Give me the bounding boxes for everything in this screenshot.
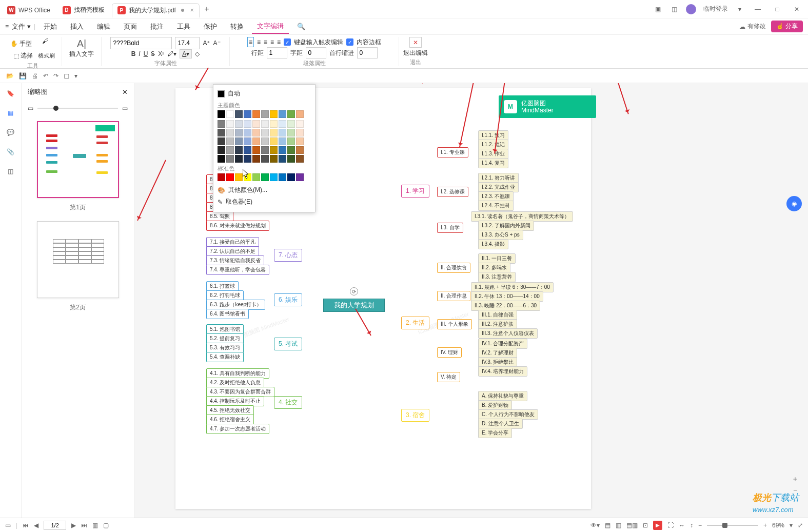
color-swatch[interactable] bbox=[261, 129, 269, 136]
mindmap-leaf[interactable]: I.1.2. 笔记 bbox=[478, 140, 508, 150]
eye-icon[interactable]: 👁▾ bbox=[590, 522, 600, 529]
color-swatch[interactable] bbox=[279, 173, 286, 181]
mindmap-category[interactable]: 6. 娱乐 bbox=[274, 293, 302, 306]
color-swatch[interactable] bbox=[296, 110, 304, 118]
menu-protect[interactable]: 保护 bbox=[199, 20, 222, 33]
save-icon[interactable]: 💾 bbox=[19, 72, 27, 80]
color-swatch[interactable] bbox=[279, 120, 286, 128]
color-swatch[interactable] bbox=[252, 110, 260, 118]
align-distribute-icon[interactable]: ≡ bbox=[277, 38, 281, 46]
layers-icon[interactable]: ◫ bbox=[6, 166, 16, 176]
mindmap-leaf[interactable]: II.2. 多喝水 bbox=[478, 263, 510, 273]
expand-icon[interactable]: ⤢ bbox=[798, 522, 803, 529]
color-swatch[interactable] bbox=[270, 146, 278, 154]
mindmap-leaf[interactable]: IV.2. 了解理财 bbox=[478, 348, 517, 358]
color-swatch[interactable] bbox=[261, 173, 269, 181]
mindmap-leaf[interactable]: II.1. 晨跑 + 早读 6：30——7：00 bbox=[471, 282, 554, 292]
zoom-value[interactable]: 69% bbox=[772, 522, 784, 529]
sync-status[interactable]: ☁ 有修改 bbox=[739, 22, 766, 31]
mindmap-leaf[interactable]: 5.2. 提前复习 bbox=[206, 333, 244, 344]
mindmap-leaf[interactable]: 6.1. 打篮球 bbox=[206, 281, 239, 291]
color-swatch[interactable] bbox=[218, 137, 225, 145]
mindmap-leaf[interactable]: 5.4. 查漏补缺 bbox=[206, 352, 244, 362]
color-swatch[interactable] bbox=[218, 155, 225, 163]
color-swatch[interactable] bbox=[226, 146, 234, 154]
chevron-down-icon[interactable]: ▾ bbox=[735, 5, 744, 14]
page-layout-icon[interactable]: ▤ bbox=[605, 522, 610, 529]
color-swatch[interactable] bbox=[226, 110, 234, 118]
dual-page-icon[interactable]: ▥ bbox=[616, 522, 621, 529]
book-icon[interactable]: ▤▥ bbox=[626, 522, 638, 529]
color-swatch[interactable] bbox=[287, 129, 295, 136]
continuous-icon[interactable]: ▥ bbox=[92, 522, 98, 529]
play-button[interactable]: ▶ bbox=[653, 521, 662, 530]
font-color-button[interactable]: A▾ bbox=[180, 49, 192, 58]
thumb-zoom-slider[interactable] bbox=[53, 106, 58, 111]
mindmap-leaf[interactable]: II.1. 一日三餐 bbox=[478, 253, 516, 264]
color-swatch[interactable] bbox=[218, 110, 225, 118]
first-indent-input[interactable] bbox=[357, 47, 378, 58]
superscript-button[interactable]: X² bbox=[158, 50, 164, 57]
mindmap-leaf[interactable]: 4.1. 具有自我判断的能力 bbox=[206, 368, 269, 379]
color-swatch[interactable] bbox=[244, 129, 251, 136]
clear-format-button[interactable]: ◇ bbox=[195, 50, 200, 57]
color-swatch[interactable] bbox=[261, 110, 269, 118]
rotate-handle[interactable]: ⟳ bbox=[350, 287, 358, 295]
color-swatch[interactable] bbox=[279, 137, 286, 145]
mindmap-leaf[interactable]: I.2.2. 完成作业 bbox=[478, 182, 519, 192]
kb-edit-checkbox[interactable]: ✓ bbox=[284, 38, 291, 46]
tab-template[interactable]: D 找稻壳模板 bbox=[57, 3, 110, 17]
color-swatch[interactable] bbox=[244, 155, 251, 163]
color-swatch[interactable] bbox=[270, 173, 278, 181]
maximize-button[interactable]: □ bbox=[771, 6, 783, 13]
color-swatch[interactable] bbox=[244, 110, 251, 118]
zoom-in-canvas[interactable]: ＋ bbox=[792, 475, 799, 484]
new-tab-button[interactable]: + bbox=[200, 5, 214, 14]
mindmap-leaf[interactable]: I.3.2. 了解国内外新闻 bbox=[478, 221, 534, 231]
single-icon[interactable]: ▢ bbox=[103, 522, 109, 529]
color-swatch[interactable] bbox=[244, 146, 251, 154]
color-swatch[interactable] bbox=[261, 137, 269, 145]
menu-insert[interactable]: 插入 bbox=[65, 20, 89, 33]
border-checkbox[interactable]: ✓ bbox=[346, 38, 353, 46]
mindmap-leaf[interactable]: 4.4. 控制玩乐及时不止 bbox=[206, 396, 264, 406]
mindmap-subnode[interactable]: V. 待定 bbox=[437, 372, 460, 382]
mindmap-leaf[interactable]: 5.1. 泡图书馆 bbox=[206, 324, 244, 334]
mindmap-leaf[interactable]: 7.3. 情绪犯错自我反省 bbox=[206, 255, 264, 266]
prev-page-icon[interactable]: ◀ bbox=[34, 522, 38, 529]
minimize-button[interactable]: — bbox=[752, 6, 764, 13]
undo-icon[interactable]: ↶ bbox=[43, 72, 48, 80]
mindmap-leaf[interactable]: 8.6. 对未来就业做好规划 bbox=[206, 221, 269, 231]
screenshot-icon[interactable]: ▢ bbox=[64, 72, 69, 80]
format-brush[interactable]: 🖌 bbox=[39, 36, 57, 51]
mindmap-leaf[interactable]: 7.2. 认识自己的不足 bbox=[206, 246, 259, 257]
zoom-in-thumb-icon[interactable]: ▭ bbox=[122, 105, 128, 112]
color-swatch[interactable] bbox=[287, 120, 295, 128]
comment-icon[interactable]: 💬 bbox=[6, 127, 16, 137]
color-swatch[interactable] bbox=[226, 137, 234, 145]
cube-icon[interactable]: ◫ bbox=[669, 5, 679, 14]
color-swatch[interactable] bbox=[287, 173, 295, 181]
floating-action-button[interactable]: ◉ bbox=[786, 196, 802, 211]
mindmap-leaf[interactable]: 4.3. 不要因为复合群而合群 bbox=[206, 387, 274, 397]
color-swatch[interactable] bbox=[270, 129, 278, 136]
next-page-icon[interactable]: ▶ bbox=[71, 522, 76, 529]
fit-icon[interactable]: ⊡ bbox=[643, 522, 648, 529]
color-swatch[interactable] bbox=[270, 155, 278, 163]
last-page-icon[interactable]: ⏭ bbox=[81, 522, 87, 529]
color-swatch[interactable] bbox=[279, 155, 286, 163]
mindmap-leaf[interactable]: 5.3. 有效习习 bbox=[206, 343, 244, 353]
mindmap-leaf[interactable]: III.1. 自律自强 bbox=[478, 310, 517, 320]
color-swatch[interactable] bbox=[244, 137, 251, 145]
page-input[interactable] bbox=[44, 521, 66, 530]
color-swatch[interactable] bbox=[279, 110, 286, 118]
mindmap-leaf[interactable]: IV.4. 培养理财能力 bbox=[478, 366, 527, 377]
mindmap-leaf[interactable]: A. 保持礼貌与尊重 bbox=[478, 391, 527, 401]
open-icon[interactable]: 📂 bbox=[6, 72, 14, 80]
print-icon[interactable]: 🖨 bbox=[32, 72, 38, 80]
mindmap-leaf[interactable]: 4.6. 拒绝宿舍主义 bbox=[206, 415, 254, 425]
exit-edit-button[interactable]: ✕ bbox=[409, 37, 422, 48]
redo-icon[interactable]: ↷ bbox=[53, 72, 58, 80]
thumbnails-icon[interactable]: ▦ bbox=[6, 108, 16, 118]
menu-annotate[interactable]: 批注 bbox=[145, 20, 169, 33]
